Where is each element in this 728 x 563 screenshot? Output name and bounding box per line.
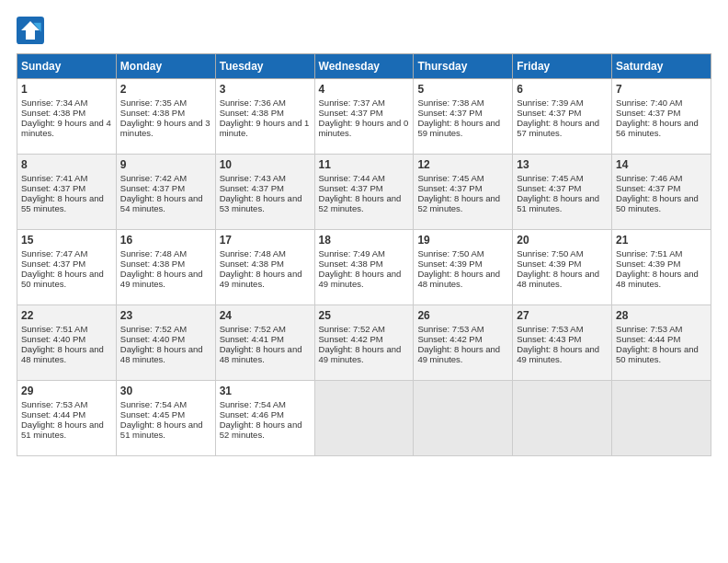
- sunrise: Sunrise: 7:48 AM: [220, 248, 286, 259]
- day-number: 16: [120, 234, 211, 247]
- sunset: Sunset: 4:44 PM: [616, 334, 680, 344]
- daylight: Daylight: 8 hours and 57 minutes.: [517, 118, 599, 138]
- daylight: Daylight: 8 hours and 48 minutes.: [616, 269, 699, 289]
- calendar-cell: [513, 381, 612, 456]
- sunset: Sunset: 4:46 PM: [220, 409, 284, 419]
- dow-header-wednesday: Wednesday: [314, 54, 414, 79]
- sunrise: Sunrise: 7:45 AM: [517, 173, 583, 183]
- day-number: 6: [517, 83, 608, 96]
- calendar-cell: 7Sunrise: 7:40 AMSunset: 4:37 PMDaylight…: [612, 79, 711, 155]
- header: [17, 17, 711, 44]
- sunrise: Sunrise: 7:37 AM: [319, 98, 385, 108]
- calendar-cell: 20Sunrise: 7:50 AMSunset: 4:39 PMDayligh…: [513, 230, 612, 305]
- dow-header-thursday: Thursday: [414, 54, 513, 79]
- daylight: Daylight: 8 hours and 56 minutes.: [616, 118, 699, 138]
- calendar-table: SundayMondayTuesdayWednesdayThursdayFrid…: [17, 53, 711, 456]
- daylight: Daylight: 8 hours and 48 minutes.: [120, 344, 203, 364]
- daylight: Daylight: 9 hours and 4 minutes.: [21, 118, 111, 138]
- calendar-cell: 3Sunrise: 7:36 AMSunset: 4:38 PMDaylight…: [215, 79, 314, 155]
- sunrise: Sunrise: 7:42 AM: [120, 173, 187, 183]
- sunset: Sunset: 4:37 PM: [319, 183, 383, 193]
- sunrise: Sunrise: 7:44 AM: [319, 173, 385, 183]
- sunset: Sunset: 4:41 PM: [220, 334, 284, 344]
- daylight: Daylight: 8 hours and 54 minutes.: [120, 193, 203, 213]
- calendar-cell: [414, 381, 513, 456]
- dow-header-tuesday: Tuesday: [215, 54, 314, 79]
- day-number: 20: [517, 234, 608, 247]
- day-number: 4: [319, 83, 410, 96]
- sunset: Sunset: 4:39 PM: [616, 259, 680, 269]
- sunset: Sunset: 4:37 PM: [319, 108, 383, 118]
- calendar-cell: 23Sunrise: 7:52 AMSunset: 4:40 PMDayligh…: [116, 305, 215, 381]
- sunrise: Sunrise: 7:52 AM: [120, 324, 187, 334]
- sunrise: Sunrise: 7:39 AM: [517, 98, 583, 108]
- day-number: 2: [120, 83, 211, 96]
- sunset: Sunset: 4:40 PM: [120, 334, 185, 344]
- calendar-cell: 26Sunrise: 7:53 AMSunset: 4:42 PMDayligh…: [414, 305, 513, 381]
- calendar-cell: 18Sunrise: 7:49 AMSunset: 4:38 PMDayligh…: [314, 230, 414, 305]
- sunrise: Sunrise: 7:53 AM: [517, 324, 583, 334]
- sunset: Sunset: 4:37 PM: [517, 183, 581, 193]
- sunset: Sunset: 4:40 PM: [21, 334, 85, 344]
- calendar-cell: [612, 381, 711, 456]
- daylight: Daylight: 8 hours and 51 minutes.: [517, 193, 599, 213]
- calendar-week-3: 15Sunrise: 7:47 AMSunset: 4:37 PMDayligh…: [17, 230, 711, 305]
- daylight: Daylight: 8 hours and 50 minutes.: [616, 344, 699, 364]
- sunrise: Sunrise: 7:41 AM: [21, 173, 87, 183]
- day-number: 14: [616, 158, 707, 171]
- sunset: Sunset: 4:39 PM: [417, 259, 482, 269]
- day-number: 26: [417, 309, 508, 322]
- sunrise: Sunrise: 7:46 AM: [616, 173, 682, 183]
- calendar-cell: 29Sunrise: 7:53 AMSunset: 4:44 PMDayligh…: [17, 381, 117, 456]
- sunrise: Sunrise: 7:48 AM: [120, 248, 187, 259]
- sunset: Sunset: 4:37 PM: [21, 259, 85, 269]
- sunrise: Sunrise: 7:50 AM: [517, 248, 583, 259]
- day-number: 31: [220, 385, 311, 397]
- calendar-cell: 24Sunrise: 7:52 AMSunset: 4:41 PMDayligh…: [215, 305, 314, 381]
- sunrise: Sunrise: 7:51 AM: [21, 324, 87, 334]
- page: SundayMondayTuesdayWednesdayThursdayFrid…: [0, 0, 728, 465]
- day-number: 3: [220, 83, 311, 96]
- calendar-cell: 30Sunrise: 7:54 AMSunset: 4:45 PMDayligh…: [116, 381, 215, 456]
- calendar-week-2: 8Sunrise: 7:41 AMSunset: 4:37 PMDaylight…: [17, 155, 711, 230]
- daylight: Daylight: 8 hours and 48 minutes.: [220, 344, 302, 364]
- day-number: 30: [120, 385, 211, 397]
- calendar-cell: 16Sunrise: 7:48 AMSunset: 4:38 PMDayligh…: [116, 230, 215, 305]
- daylight: Daylight: 8 hours and 48 minutes.: [21, 344, 104, 364]
- day-number: 29: [21, 385, 112, 397]
- sunset: Sunset: 4:38 PM: [319, 259, 383, 269]
- sunrise: Sunrise: 7:50 AM: [417, 248, 483, 259]
- calendar-cell: 9Sunrise: 7:42 AMSunset: 4:37 PMDaylight…: [116, 155, 215, 230]
- daylight: Daylight: 9 hours and 3 minutes.: [120, 118, 210, 138]
- logo: [17, 17, 48, 44]
- day-number: 8: [21, 158, 112, 171]
- day-number: 7: [616, 83, 707, 96]
- daylight: Daylight: 8 hours and 51 minutes.: [120, 419, 203, 440]
- daylight: Daylight: 8 hours and 48 minutes.: [417, 269, 500, 289]
- sunset: Sunset: 4:43 PM: [517, 334, 581, 344]
- sunrise: Sunrise: 7:54 AM: [220, 399, 286, 409]
- calendar-cell: 2Sunrise: 7:35 AMSunset: 4:38 PMDaylight…: [116, 79, 215, 155]
- sunset: Sunset: 4:37 PM: [120, 183, 185, 193]
- daylight: Daylight: 8 hours and 49 minutes.: [417, 344, 500, 364]
- calendar-cell: 25Sunrise: 7:52 AMSunset: 4:42 PMDayligh…: [314, 305, 414, 381]
- daylight: Daylight: 8 hours and 51 minutes.: [21, 419, 104, 440]
- daylight: Daylight: 8 hours and 49 minutes.: [319, 344, 402, 364]
- sunset: Sunset: 4:38 PM: [220, 108, 284, 118]
- calendar-cell: [314, 381, 414, 456]
- sunrise: Sunrise: 7:43 AM: [220, 173, 286, 183]
- sunrise: Sunrise: 7:47 AM: [21, 248, 87, 259]
- day-number: 15: [21, 234, 112, 247]
- sunset: Sunset: 4:42 PM: [319, 334, 383, 344]
- sunset: Sunset: 4:37 PM: [517, 108, 581, 118]
- daylight: Daylight: 8 hours and 49 minutes.: [517, 344, 599, 364]
- calendar-week-5: 29Sunrise: 7:53 AMSunset: 4:44 PMDayligh…: [17, 381, 711, 456]
- sunset: Sunset: 4:37 PM: [220, 183, 284, 193]
- sunset: Sunset: 4:38 PM: [120, 108, 185, 118]
- daylight: Daylight: 8 hours and 49 minutes.: [120, 269, 203, 289]
- sunrise: Sunrise: 7:53 AM: [21, 399, 87, 409]
- calendar-cell: 10Sunrise: 7:43 AMSunset: 4:37 PMDayligh…: [215, 155, 314, 230]
- sunrise: Sunrise: 7:52 AM: [319, 324, 385, 334]
- sunset: Sunset: 4:37 PM: [417, 108, 482, 118]
- daylight: Daylight: 8 hours and 50 minutes.: [21, 269, 104, 289]
